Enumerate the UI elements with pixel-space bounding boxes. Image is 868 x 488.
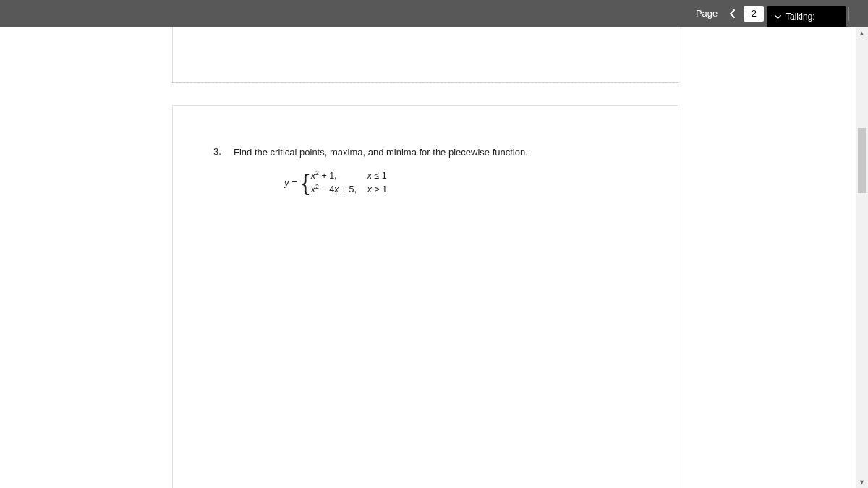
equals-sign: =	[292, 177, 298, 188]
problem-prompt: Find the critical points, maxima, and mi…	[234, 146, 637, 159]
case-row: x2 + 1, x ≤ 1	[311, 169, 387, 183]
equation-lhs: y	[284, 177, 289, 188]
talking-label: Talking:	[786, 12, 815, 22]
page-break-indicator	[172, 82, 678, 83]
previous-page-tail	[172, 27, 678, 83]
chevron-left-icon	[729, 9, 736, 18]
problem-block: 3. Find the critical points, maxima, and…	[213, 146, 637, 197]
scroll-thumb[interactable]	[858, 128, 866, 193]
case-condition: x ≤ 1	[367, 169, 387, 183]
case-condition: x > 1	[367, 183, 387, 197]
case-row: x2 − 4x + 5, x > 1	[311, 183, 387, 197]
scroll-down-button[interactable]: ▼	[856, 476, 868, 488]
piecewise-equation: y = { x2 + 1, x ≤ 1 x2 − 4x + 5, x > 1	[234, 169, 637, 197]
prev-page-button[interactable]	[725, 5, 741, 22]
problem-body: Find the critical points, maxima, and mi…	[234, 146, 637, 197]
case-expression: x2 + 1,	[311, 169, 367, 183]
toolbar-divider-2	[848, 7, 849, 21]
page-number-input[interactable]	[744, 6, 764, 22]
scroll-up-button[interactable]: ▲	[856, 27, 868, 39]
piecewise-cases: x2 + 1, x ≤ 1 x2 − 4x + 5, x > 1	[311, 169, 387, 197]
vertical-scrollbar[interactable]: ▲ ▼	[856, 27, 868, 488]
chevron-down-icon	[774, 13, 782, 21]
left-brace-icon: {	[302, 171, 310, 193]
problem-number: 3.	[213, 146, 234, 157]
toolbar: Page of 5	[0, 0, 868, 27]
current-page: 3. Find the critical points, maxima, and…	[172, 105, 678, 488]
talking-indicator[interactable]: Talking:	[767, 6, 846, 27]
case-expression: x2 − 4x + 5,	[311, 183, 367, 197]
document-viewport: 3. Find the critical points, maxima, and…	[0, 27, 868, 488]
page-label: Page	[696, 8, 718, 19]
